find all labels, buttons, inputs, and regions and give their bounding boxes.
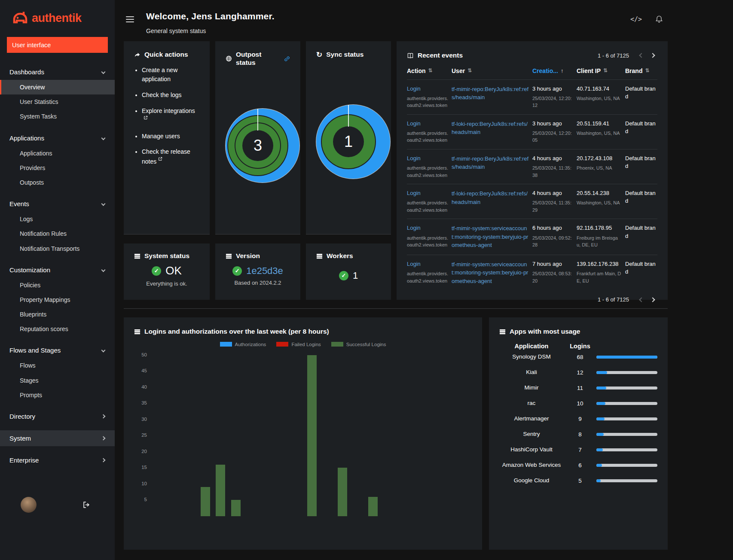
card-title-text: Version <box>236 252 260 260</box>
sidebar-section-events[interactable]: Events <box>0 196 115 212</box>
sidebar-section-directory[interactable]: Directory <box>0 408 115 424</box>
sidebar-item-stages[interactable]: Stages <box>0 373 115 388</box>
sidebar-section-flows-and-stages[interactable]: Flows and Stages <box>0 342 115 358</box>
sidebar-item-system-tasks[interactable]: System Tasks <box>0 109 115 124</box>
event-created-cell: 4 hours ago25/03/2024, 11:35:38 <box>532 155 573 179</box>
notification-bell-icon[interactable] <box>655 15 663 24</box>
card-title-text: Workers <box>327 252 353 260</box>
version-link[interactable]: 1e25d3e <box>246 265 283 277</box>
quick-action-create-a-new-application[interactable]: Create a new application <box>142 66 199 84</box>
success-check-icon: ✓ <box>339 271 348 280</box>
avatar[interactable] <box>21 497 37 513</box>
user-interface-button[interactable]: User interface <box>7 37 108 53</box>
sidebar-item-user-statistics[interactable]: User Statistics <box>0 94 115 109</box>
sidebar-item-policies[interactable]: Policies <box>0 278 115 292</box>
sidebar-item-blueprints[interactable]: Blueprints <box>0 307 115 322</box>
quick-action-check-the-release-notes[interactable]: Check the release notes <box>142 147 199 166</box>
event-action-link[interactable]: Login <box>407 224 448 232</box>
quick-action-explore-integrations[interactable]: Explore integrations <box>142 107 199 125</box>
event-user-link[interactable]: tf-mimir-repo:BeryJu/k8s:ref:refs/heads/… <box>452 155 529 171</box>
event-brand-cell: Default brand <box>625 85 658 109</box>
event-row: Loginauthentik.providers.oauth2.views.to… <box>407 255 657 291</box>
event-created-cell: 3 hours ago25/03/2024, 12:20:05 <box>532 120 573 144</box>
sidebar-section-enterprise[interactable]: Enterprise <box>0 452 115 468</box>
event-user-link[interactable]: tf-mimir-system:serviceaccount:monitorin… <box>452 224 529 250</box>
pagination-prev-icon[interactable] <box>637 297 646 302</box>
pagination-next-icon[interactable] <box>648 297 657 302</box>
page-header: Welcome, Jens Langhammer. General system… <box>115 0 668 41</box>
sidebar-item-prompts[interactable]: Prompts <box>0 388 115 402</box>
quick-action-check-the-logs[interactable]: Check the logs <box>142 91 199 100</box>
app-usage-row-alertmanager: Alertmanager9 <box>499 411 657 427</box>
column-header-label: Creatio... <box>532 67 558 74</box>
app-usage-progress <box>596 479 657 482</box>
y-axis-tick: 40 <box>134 384 147 390</box>
event-client-ip: 20.51.159.41 <box>577 120 622 128</box>
app-login-count: 10 <box>569 400 591 407</box>
app-usage-row-rac: rac10 <box>499 396 657 411</box>
event-client-ip: 40.71.163.74 <box>577 85 622 93</box>
event-user-link[interactable]: tf-loki-repo:BeryJu/k8s:ref:refs/heads/m… <box>452 189 529 206</box>
sidebar-item-flows[interactable]: Flows <box>0 358 115 373</box>
quick-action-manage-users[interactable]: Manage users <box>142 132 199 141</box>
event-client-ip-cell: 20.172.43.108Phoenix, US, NA <box>577 155 622 179</box>
event-location: Frankfurt am Main, DE, EU <box>577 270 622 284</box>
sidebar-toggle-icon[interactable] <box>126 15 134 24</box>
quick-action-label: Create a new application <box>142 67 177 83</box>
column-header-label: Action <box>407 67 426 74</box>
sidebar-item-outposts[interactable]: Outposts <box>0 175 115 190</box>
column-header-label: User <box>452 67 465 74</box>
apps-table-body: Synology DSM68Kiali12Mimir11rac10Alertma… <box>499 350 657 489</box>
sidebar-item-logs[interactable]: Logs <box>0 212 115 226</box>
event-user-link[interactable]: tf-mimir-repo:BeryJu/k8s:ref:refs/heads/… <box>452 85 529 102</box>
sidebar-section-applications[interactable]: Applications <box>0 130 115 146</box>
event-user-link[interactable]: tf-mimir-system:serviceaccount:monitorin… <box>452 260 529 286</box>
app-usage-progress <box>596 387 657 390</box>
app-usage-progress <box>596 402 657 405</box>
api-browser-icon[interactable]: </> <box>630 15 642 23</box>
y-axis-tick: 5 <box>134 497 147 502</box>
column-header-brand[interactable]: Brand⇅ <box>625 67 658 74</box>
app-usage-progress-fill <box>596 417 605 420</box>
app-usage-progress-fill <box>596 371 607 374</box>
link-icon[interactable] <box>284 56 290 62</box>
server-icon <box>134 329 140 335</box>
sidebar-item-overview[interactable]: Overview <box>0 80 115 94</box>
event-action-link[interactable]: Login <box>407 260 448 268</box>
section-label: System <box>9 435 31 442</box>
app-usage-progress-fill <box>596 356 657 359</box>
version-detail: Based on 2024.2.2 <box>234 280 281 286</box>
sidebar-item-notification-rules[interactable]: Notification Rules <box>0 226 115 241</box>
sidebar-section-system[interactable]: System <box>0 430 115 446</box>
sidebar-item-providers[interactable]: Providers <box>0 161 115 175</box>
event-action-link[interactable]: Login <box>407 189 448 197</box>
column-header-user[interactable]: User⇅ <box>452 67 529 74</box>
sidebar-item-applications[interactable]: Applications <box>0 146 115 161</box>
event-action-link[interactable]: Login <box>407 85 448 93</box>
column-header-client-ip[interactable]: Client IP⇅ <box>577 67 622 74</box>
event-action-link[interactable]: Login <box>407 120 448 128</box>
event-action-link[interactable]: Login <box>407 155 448 162</box>
legend-swatch <box>331 342 343 347</box>
chevron-down-icon <box>101 348 106 353</box>
app-usage-progress <box>596 433 657 436</box>
pagination-next-icon[interactable] <box>648 53 657 58</box>
sidebar-section-customization[interactable]: Customization <box>0 262 115 278</box>
logout-icon[interactable] <box>82 501 91 508</box>
sync-status-card: ↻ Sync status 1 <box>306 41 391 234</box>
event-user-link[interactable]: tf-loki-repo:BeryJu/k8s:ref:refs/heads/m… <box>452 120 529 137</box>
column-header-action[interactable]: Action⇅ <box>407 67 448 74</box>
event-created-cell: 7 hours ago25/03/2024, 08:53:20 <box>532 260 573 286</box>
column-header-creatio[interactable]: Creatio...↑ <box>532 67 573 74</box>
brand-name: authentik <box>32 12 82 25</box>
pagination-prev-icon[interactable] <box>637 53 646 58</box>
event-client-ip: 139.162.176.238 <box>577 260 622 268</box>
sidebar-section-dashboards[interactable]: Dashboards <box>0 64 115 80</box>
column-header-label: Brand <box>625 67 642 74</box>
sidebar-item-property-mappings[interactable]: Property Mappings <box>0 292 115 307</box>
sidebar-item-reputation-scores[interactable]: Reputation scores <box>0 322 115 336</box>
event-client-ip-cell: 139.162.176.238Frankfurt am Main, DE, EU <box>577 260 622 286</box>
sidebar-item-notification-transports[interactable]: Notification Transports <box>0 241 115 256</box>
y-axis-tick: 10 <box>134 481 147 486</box>
server-icon <box>499 329 506 335</box>
